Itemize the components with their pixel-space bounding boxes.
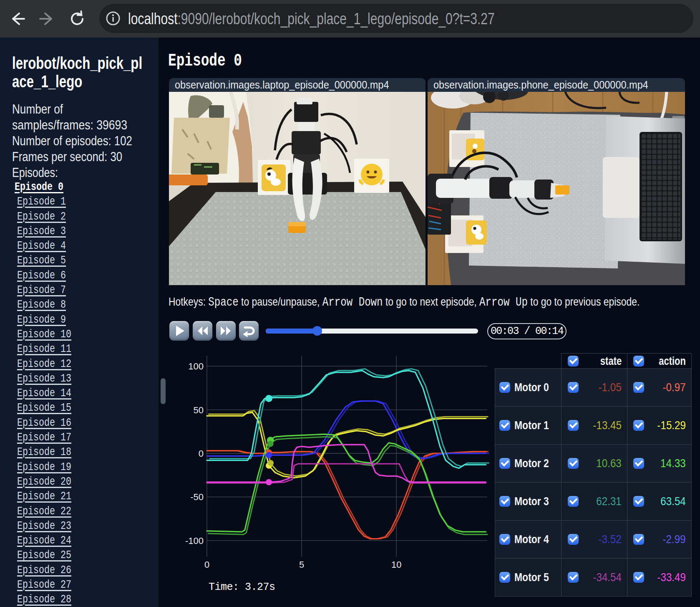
svg-text:0: 0 [199, 448, 204, 459]
svg-text:100: 100 [188, 361, 204, 372]
svg-text:50: 50 [194, 405, 204, 415]
svg-text:Time: 3.27s: Time: 3.27s [209, 581, 275, 593]
svg-text:10: 10 [391, 559, 401, 570]
svg-text:-100: -100 [185, 536, 204, 546]
svg-text:5: 5 [299, 559, 304, 570]
svg-text:-50: -50 [190, 492, 204, 502]
svg-text:0: 0 [204, 559, 209, 570]
